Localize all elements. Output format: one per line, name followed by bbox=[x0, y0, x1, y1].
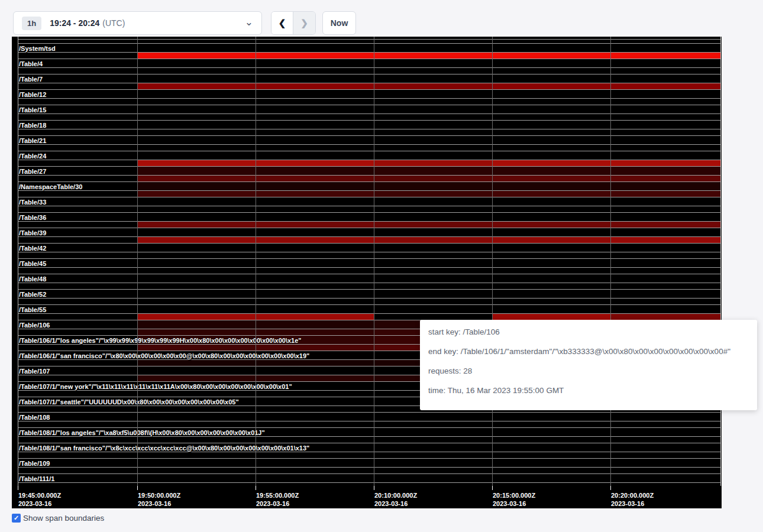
heatmap-cell[interactable] bbox=[492, 53, 610, 59]
heatmap-cell[interactable] bbox=[137, 283, 256, 289]
heatmap-cell[interactable] bbox=[610, 121, 720, 129]
heatmap-cell[interactable] bbox=[374, 74, 492, 83]
heatmap-cell[interactable] bbox=[374, 268, 492, 274]
heatmap-cell[interactable] bbox=[374, 197, 492, 206]
heatmap-cell[interactable] bbox=[256, 320, 374, 329]
heatmap-cell[interactable] bbox=[492, 90, 610, 98]
heatmap-cell[interactable] bbox=[492, 468, 610, 473]
heatmap-cell[interactable] bbox=[374, 283, 492, 289]
heatmap-cell[interactable] bbox=[374, 437, 492, 443]
heatmap-cell[interactable] bbox=[137, 474, 256, 482]
heatmap-cell[interactable] bbox=[137, 413, 256, 421]
heatmap-cell[interactable] bbox=[492, 74, 610, 83]
heatmap-cell[interactable] bbox=[610, 68, 720, 74]
heatmap-cell[interactable] bbox=[137, 206, 256, 212]
heatmap-cell[interactable] bbox=[374, 176, 492, 181]
heatmap-cell[interactable] bbox=[492, 136, 610, 144]
heatmap-cell[interactable] bbox=[610, 459, 720, 467]
heatmap-cell[interactable] bbox=[374, 421, 492, 427]
heatmap-cell[interactable] bbox=[137, 114, 256, 120]
heatmap-cell[interactable] bbox=[256, 53, 374, 59]
heatmap-cell[interactable] bbox=[610, 244, 720, 252]
heatmap-cell[interactable] bbox=[137, 252, 256, 258]
heatmap-cell[interactable] bbox=[374, 314, 492, 320]
heatmap-cell[interactable] bbox=[137, 136, 256, 144]
heatmap-cell[interactable] bbox=[492, 443, 610, 452]
heatmap-cell[interactable] bbox=[137, 145, 256, 151]
heatmap-cell[interactable] bbox=[610, 53, 720, 59]
heatmap-cell[interactable] bbox=[492, 421, 610, 427]
heatmap-cell[interactable] bbox=[610, 176, 720, 181]
heatmap-cell[interactable] bbox=[137, 129, 256, 135]
heatmap-cell[interactable] bbox=[492, 459, 610, 467]
heatmap-cell[interactable] bbox=[137, 182, 256, 190]
heatmap-cell[interactable] bbox=[374, 167, 492, 175]
heatmap-cell[interactable] bbox=[374, 222, 492, 228]
heatmap-cell[interactable] bbox=[137, 99, 256, 105]
heatmap-cell[interactable] bbox=[492, 206, 610, 212]
heatmap-cell[interactable] bbox=[492, 244, 610, 252]
heatmap-cell[interactable] bbox=[374, 68, 492, 74]
heatmap-cell[interactable] bbox=[256, 413, 374, 421]
heatmap-cell[interactable] bbox=[137, 459, 256, 467]
heatmap-cell[interactable] bbox=[492, 114, 610, 120]
heatmap-cell[interactable] bbox=[256, 90, 374, 98]
heatmap-cell[interactable] bbox=[374, 237, 492, 243]
heatmap-cell[interactable] bbox=[492, 283, 610, 289]
heatmap-cell[interactable] bbox=[374, 105, 492, 113]
heatmap-cell[interactable] bbox=[137, 90, 256, 98]
heatmap-cell[interactable] bbox=[492, 145, 610, 151]
heatmap-cell[interactable] bbox=[137, 44, 256, 52]
heatmap-cell[interactable] bbox=[256, 452, 374, 458]
heatmap-cell[interactable] bbox=[137, 68, 256, 74]
heatmap-cell[interactable] bbox=[610, 114, 720, 120]
heatmap-cell[interactable] bbox=[610, 59, 720, 67]
heatmap-cell[interactable] bbox=[492, 99, 610, 105]
heatmap-cell[interactable] bbox=[610, 305, 720, 313]
heatmap-cell[interactable] bbox=[256, 360, 374, 366]
heatmap-cell[interactable] bbox=[137, 437, 256, 443]
heatmap-cell[interactable] bbox=[492, 160, 610, 166]
heatmap-cell[interactable] bbox=[374, 99, 492, 105]
heatmap-cell[interactable] bbox=[374, 191, 492, 197]
heatmap-cell[interactable] bbox=[256, 121, 374, 129]
heatmap-cell[interactable] bbox=[374, 428, 492, 436]
heatmap-cell[interactable] bbox=[256, 437, 374, 443]
heatmap-cell[interactable] bbox=[610, 90, 720, 98]
heatmap-cell[interactable] bbox=[610, 160, 720, 166]
now-button[interactable]: Now bbox=[322, 11, 356, 35]
heatmap-cell[interactable] bbox=[610, 468, 720, 473]
heatmap-cell[interactable] bbox=[256, 197, 374, 206]
heatmap-cell[interactable] bbox=[492, 314, 610, 320]
heatmap-cell[interactable] bbox=[256, 366, 374, 375]
heatmap-cell[interactable] bbox=[256, 468, 374, 473]
heatmap-cell[interactable] bbox=[374, 160, 492, 166]
heatmap-cell[interactable] bbox=[374, 452, 492, 458]
heatmap-cell[interactable] bbox=[492, 437, 610, 443]
heatmap-cell[interactable] bbox=[256, 129, 374, 135]
heatmap-cell[interactable] bbox=[256, 222, 374, 228]
heatmap-cell[interactable] bbox=[256, 191, 374, 197]
heatmap-cell[interactable] bbox=[256, 151, 374, 160]
heatmap-cell[interactable] bbox=[256, 206, 374, 212]
heatmap-cell[interactable] bbox=[256, 59, 374, 67]
heatmap-cell[interactable] bbox=[137, 360, 256, 366]
heatmap-cell[interactable] bbox=[137, 74, 256, 83]
heatmap-cell[interactable] bbox=[374, 299, 492, 304]
heatmap-cell[interactable] bbox=[137, 191, 256, 197]
heatmap-cell[interactable] bbox=[610, 206, 720, 212]
heatmap-cell[interactable] bbox=[610, 421, 720, 427]
heatmap-cell[interactable] bbox=[137, 345, 256, 351]
heatmap-cell[interactable] bbox=[610, 44, 720, 52]
heatmap-cell[interactable] bbox=[492, 413, 610, 421]
heatmap-cell[interactable] bbox=[610, 222, 720, 228]
heatmap-cell[interactable] bbox=[137, 105, 256, 113]
heatmap-cell[interactable] bbox=[137, 274, 256, 283]
heatmap-cell[interactable] bbox=[137, 244, 256, 252]
heatmap-cell[interactable] bbox=[256, 167, 374, 175]
heatmap-cell[interactable] bbox=[374, 413, 492, 421]
heatmap-cell[interactable] bbox=[374, 83, 492, 89]
heatmap-cell[interactable] bbox=[256, 305, 374, 313]
heatmap-cell[interactable] bbox=[137, 329, 256, 335]
heatmap-cell[interactable] bbox=[137, 366, 256, 375]
